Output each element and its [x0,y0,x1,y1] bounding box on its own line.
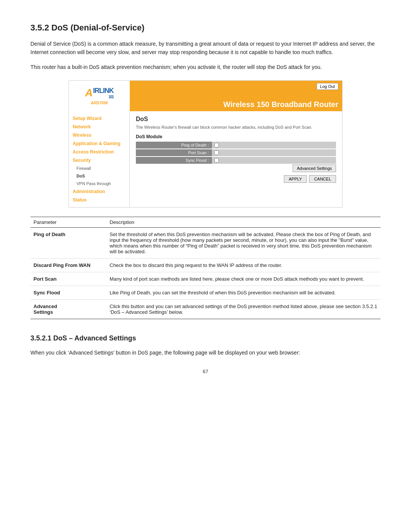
sidebar-item-access-restriction[interactable]: Access Restriction [69,148,129,156]
dos-row-ping: Ping of Death : [136,142,336,149]
router-logo-area: A IRLINK 101 AR570W [69,81,130,111]
sidebar-item-firewall[interactable]: Firewall [69,165,129,172]
param-cell: Discard Ping From WAN [30,259,107,272]
dos-page-title: DoS [136,116,336,123]
intro-paragraph-2: This router has a built-in DoS attack pr… [30,63,381,71]
logout-button[interactable]: Log Out [317,83,338,90]
router-model: AR570W [91,101,108,105]
param-cell: AdvancedSettings [30,300,107,319]
router-sidebar: Setup Wizard Network Wireless Applicatio… [69,111,130,207]
desc-col-header: Description [107,217,381,228]
desc-cell: Many kind of port scan methods are liste… [107,272,381,286]
intro-paragraph-1: Denial of Service (DoS) is a common atta… [30,40,381,57]
page-number: 67 [30,369,381,374]
param-cell: Port Scan [30,272,107,286]
desc-cell: Set the threshold of when this DoS preve… [107,228,381,259]
dos-row-ping-label: Ping of Death : [136,142,212,149]
logo-101: 101 [93,95,114,99]
param-col-header: Parameter [30,217,107,228]
sidebar-item-network[interactable]: Network [69,123,129,131]
router-logo: A IRLINK 101 [85,87,113,99]
dos-row-syncflood: Sync Flood : [136,157,336,164]
param-cell: Ping of Death [30,228,107,259]
dos-row-portscan: Port Scan : [136,149,336,156]
section2-intro: When you click ‘Advanced Settings’ butto… [30,348,381,357]
dos-row-syncflood-value [212,157,336,164]
dos-row-ping-value [212,142,336,149]
logo-irlink: IRLINK [93,87,114,95]
sidebar-item-administration[interactable]: Administration [69,187,129,196]
dos-row-portscan-value [212,149,336,156]
desc-cell: Like Ping of Death, you can set the thre… [107,286,381,300]
table-row: Ping of DeathSet the threshold of when t… [30,228,381,259]
main-panel: DoS The Wireless Router's firewall can b… [130,111,342,207]
parameter-table: Parameter Description Ping of DeathSet t… [30,217,381,319]
page-heading: 3.5.2 DoS (Denial-of-Service) [30,23,381,33]
form-buttons: APPLY CANCEL [136,175,336,183]
table-row: Discard Ping From WANCheck the box to di… [30,259,381,272]
table-row: AdvancedSettingsClick this button and yo… [30,300,381,319]
logo-a-letter: A [85,87,92,99]
sidebar-item-security[interactable]: Security [69,156,129,165]
ping-of-death-checkbox[interactable] [214,143,219,147]
advanced-settings-button[interactable]: Advanced Settings [293,165,336,172]
apply-button[interactable]: APPLY [284,175,307,183]
param-cell: Sync Flood [30,286,107,300]
section2-heading: 3.5.2.1 DoS – Advanced Settings [30,334,381,342]
dos-module-label: DoS Module [136,134,336,139]
desc-cell: Check the box to discard this ping reque… [107,259,381,272]
dos-page-desc: The Wireless Router's firewall can block… [136,125,336,129]
table-row: Port ScanMany kind of port scan methods … [30,272,381,286]
product-name: Wireless 150 Broadband Router [223,100,338,109]
sidebar-item-application-gaming[interactable]: Application & Gaming [69,139,129,148]
dos-row-syncflood-label: Sync Flood : [136,157,212,164]
sidebar-item-setup-wizard[interactable]: Setup Wizard [69,114,129,123]
router-header: A IRLINK 101 AR570W Log Out Wireless 150… [69,81,342,111]
table-row: Sync FloodLike Ping of Death, you can se… [30,286,381,300]
router-body: Setup Wizard Network Wireless Applicatio… [69,111,342,207]
sidebar-item-dos[interactable]: DoS [69,172,129,180]
sidebar-item-status[interactable]: Status [69,196,129,204]
dos-row-portscan-label: Port Scan : [136,149,212,156]
header-right: Log Out Wireless 150 Broadband Router [130,81,342,111]
router-ui-mockup: A IRLINK 101 AR570W Log Out Wireless 150… [68,80,342,208]
cancel-button[interactable]: CANCEL [309,175,336,183]
port-scan-checkbox[interactable] [214,150,219,155]
sync-flood-checkbox[interactable] [214,158,219,163]
sidebar-item-wireless[interactable]: Wireless [69,131,129,139]
desc-cell: Click this button and you can set advanc… [107,300,381,319]
sidebar-item-vpn[interactable]: VPN Pass through [69,180,129,187]
